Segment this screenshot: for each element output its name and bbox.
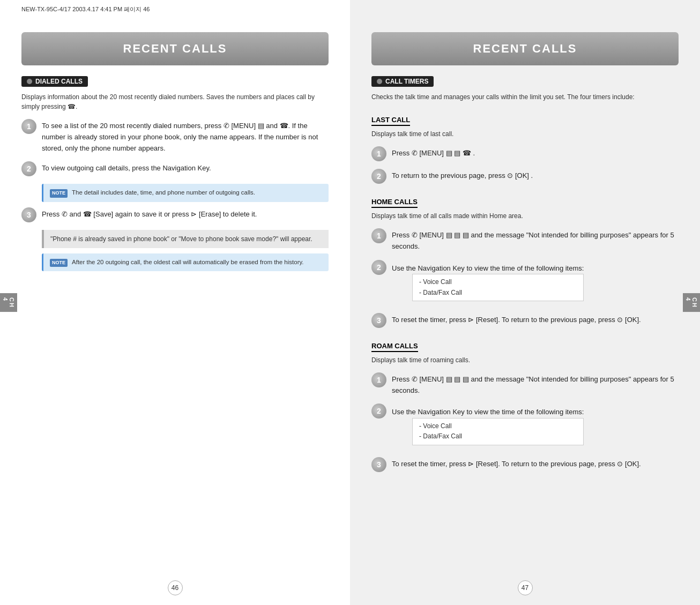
- step-2: 2 To view outgoing call details, press t…: [21, 161, 329, 176]
- step-3-number: 3: [21, 207, 36, 222]
- home-step-1-text: Press ✆ [MENU] ▤ ▤ ▤ and the message "No…: [392, 228, 679, 252]
- note-icon-2: NOTE: [50, 259, 68, 267]
- dialed-calls-label: DIALED CALLS: [35, 78, 83, 85]
- roam-calls-title: ROAM CALLS: [371, 342, 418, 352]
- note-text-1: The detail includes date, time, and phon…: [72, 188, 255, 197]
- roam-step-1-number: 1: [371, 372, 386, 387]
- home-calls-title: HOME CALLS: [371, 198, 418, 208]
- page-number-right: 47: [518, 580, 533, 595]
- roam-calls-description: Displays talk time of roaming calls.: [371, 355, 679, 365]
- home-step-3-number: 3: [371, 313, 386, 328]
- last-call-step-2-text: To return to the previous page, press ⊙ …: [392, 169, 533, 182]
- call-timers-header: CALL TIMERS: [371, 76, 679, 87]
- dialed-calls-pill: DIALED CALLS: [21, 76, 88, 87]
- call-timers-description: Checks the talk time and manages your ca…: [371, 92, 679, 102]
- home-step-1: 1 Press ✆ [MENU] ▤ ▤ ▤ and the message "…: [371, 228, 679, 252]
- home-step-2: 2 Use the Navigation Key to view the tim…: [371, 260, 679, 305]
- step-3: 3 Press ✆ and ☎ [Save] again to save it …: [21, 207, 329, 222]
- home-calls-section: HOME CALLS Displays talk time of all cal…: [371, 191, 679, 328]
- roam-step-3-number: 3: [371, 457, 386, 472]
- roam-step-2: 2 Use the Navigation Key to view the tim…: [371, 404, 679, 449]
- ch-tab-left: CH4: [0, 293, 17, 312]
- roam-calls-list: - Voice Call - Data/Fax Call: [412, 418, 584, 445]
- step-2-number: 2: [21, 161, 36, 176]
- quote-box: "Phone # is already saved in phone book"…: [42, 230, 329, 248]
- dialed-calls-description: Displays information about the 20 most r…: [21, 92, 329, 111]
- roam-step-1: 1 Press ✆ [MENU] ▤ ▤ ▤ and the message "…: [371, 372, 679, 397]
- roam-step-3: 3 To reset the timer, press ⊳ [Reset]. T…: [371, 457, 679, 472]
- step-3-text: Press ✆ and ☎ [Save] again to save it or…: [42, 207, 257, 220]
- left-header-banner: RECENT CALLS: [21, 32, 329, 65]
- home-step-3-text: To reset the timer, press ⊳ [Reset]. To …: [392, 313, 641, 326]
- home-list-item-1: - Voice Call: [419, 277, 577, 287]
- last-call-step-2: 2 To return to the previous page, press …: [371, 169, 679, 184]
- note-box-2: NOTE After the 20 outgoing call, the old…: [42, 253, 329, 272]
- bullet-circle-right: [377, 79, 382, 84]
- step-1: 1 To see a list of the 20 most recently …: [21, 119, 329, 154]
- meta-line: NEW-TX-95C-4/17 2003.4.17 4:41 PM 페이지 46: [21, 5, 150, 13]
- roam-step-3-text: To reset the timer, press ⊳ [Reset]. To …: [392, 457, 641, 470]
- home-calls-description: Displays talk time of all calls made wit…: [371, 211, 679, 221]
- right-header-banner: RECENT CALLS: [371, 32, 679, 65]
- roam-list-item-1: - Voice Call: [419, 421, 577, 431]
- right-page-title: RECENT CALLS: [473, 42, 577, 55]
- last-call-step-1-text: Press ✆ [MENU] ▤ ▤ ☎ .: [392, 146, 475, 159]
- note-box-1: NOTE The detail includes date, time, and…: [42, 184, 329, 202]
- last-call-description: Displays talk time of last call.: [371, 129, 679, 139]
- left-page-title: RECENT CALLS: [123, 42, 227, 55]
- left-page: NEW-TX-95C-4/17 2003.4.17 4:41 PM 페이지 46…: [0, 0, 350, 605]
- home-list-item-2: - Data/Fax Call: [419, 288, 577, 298]
- last-call-section: LAST CALL Displays talk time of last cal…: [371, 109, 679, 184]
- home-step-1-number: 1: [371, 228, 386, 243]
- roam-list-item-2: - Data/Fax Call: [419, 431, 577, 442]
- roam-step-1-text: Press ✆ [MENU] ▤ ▤ ▤ and the message "No…: [392, 372, 679, 397]
- home-step-2-text: Use the Navigation Key to view the time …: [392, 262, 584, 274]
- note-icon-1: NOTE: [50, 189, 68, 198]
- call-timers-label: CALL TIMERS: [385, 78, 428, 85]
- call-timers-pill: CALL TIMERS: [371, 76, 434, 87]
- last-call-title: LAST CALL: [371, 116, 410, 126]
- last-call-step-1-number: 1: [371, 146, 386, 161]
- home-calls-list: - Voice Call - Data/Fax Call: [412, 274, 584, 301]
- ch-tab-right: CH4: [683, 293, 700, 312]
- last-call-step-2-number: 2: [371, 169, 386, 184]
- home-step-3: 3 To reset the timer, press ⊳ [Reset]. T…: [371, 313, 679, 328]
- roam-step-2-number: 2: [371, 404, 386, 419]
- page-number-left: 46: [168, 580, 183, 595]
- note-text-2: After the 20 outgoing call, the oldest c…: [72, 258, 304, 267]
- right-page: RECENT CALLS CALL TIMERS Checks the talk…: [350, 0, 700, 605]
- bullet-circle: [27, 79, 32, 84]
- step-2-text: To view outgoing call details, press the…: [42, 161, 211, 174]
- dialed-calls-header: DIALED CALLS: [21, 76, 329, 87]
- last-call-step-1: 1 Press ✆ [MENU] ▤ ▤ ☎ .: [371, 146, 679, 161]
- step-1-number: 1: [21, 119, 36, 134]
- step-1-text: To see a list of the 20 most recently di…: [42, 119, 329, 154]
- roam-calls-section: ROAM CALLS Displays talk time of roaming…: [371, 335, 679, 472]
- home-step-2-number: 2: [371, 260, 386, 275]
- roam-step-2-text: Use the Navigation Key to view the time …: [392, 405, 584, 418]
